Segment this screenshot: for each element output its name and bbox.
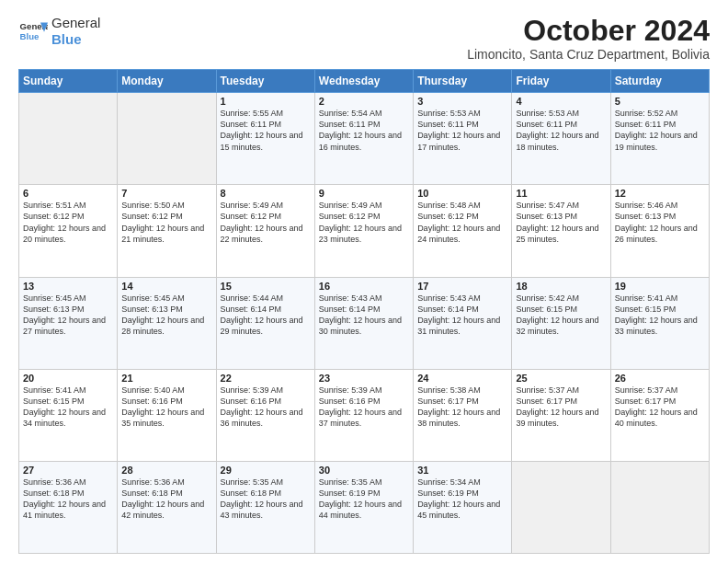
- day-cell: 31Sunrise: 5:34 AMSunset: 6:19 PMDayligh…: [414, 461, 512, 553]
- day-info: Sunrise: 5:35 AMSunset: 6:19 PMDaylight:…: [319, 477, 409, 522]
- day-info: Sunrise: 5:39 AMSunset: 6:16 PMDaylight:…: [221, 385, 311, 430]
- day-header-tuesday: Tuesday: [216, 70, 314, 93]
- day-info: Sunrise: 5:36 AMSunset: 6:18 PMDaylight:…: [121, 477, 211, 522]
- page: General Blue General Blue October 2024 L…: [0, 0, 728, 563]
- day-cell: 11Sunrise: 5:47 AMSunset: 6:13 PMDayligh…: [512, 185, 610, 277]
- day-cell: 17Sunrise: 5:43 AMSunset: 6:14 PMDayligh…: [414, 277, 512, 369]
- day-header-sunday: Sunday: [19, 70, 118, 93]
- calendar-header: SundayMondayTuesdayWednesdayThursdayFrid…: [19, 70, 710, 93]
- day-info: Sunrise: 5:37 AMSunset: 6:17 PMDaylight:…: [615, 385, 705, 430]
- day-cell: 28Sunrise: 5:36 AMSunset: 6:18 PMDayligh…: [118, 461, 216, 553]
- day-number: 30: [319, 465, 409, 476]
- day-info: Sunrise: 5:44 AMSunset: 6:14 PMDaylight:…: [221, 293, 311, 338]
- week-row-4: 20Sunrise: 5:41 AMSunset: 6:15 PMDayligh…: [19, 369, 710, 461]
- logo-text: General Blue: [51, 15, 100, 48]
- day-number: 9: [319, 188, 409, 199]
- day-info: Sunrise: 5:41 AMSunset: 6:15 PMDaylight:…: [615, 293, 705, 338]
- day-cell: 13Sunrise: 5:45 AMSunset: 6:13 PMDayligh…: [19, 277, 118, 369]
- week-row-1: 1Sunrise: 5:55 AMSunset: 6:11 PMDaylight…: [19, 93, 710, 185]
- day-cell: 6Sunrise: 5:51 AMSunset: 6:12 PMDaylight…: [19, 185, 118, 277]
- day-cell: 3Sunrise: 5:53 AMSunset: 6:11 PMDaylight…: [414, 93, 512, 185]
- day-number: 1: [221, 96, 311, 107]
- day-cell: 23Sunrise: 5:39 AMSunset: 6:16 PMDayligh…: [314, 369, 413, 461]
- day-number: 18: [516, 281, 606, 292]
- header-row: SundayMondayTuesdayWednesdayThursdayFrid…: [19, 70, 710, 93]
- day-info: Sunrise: 5:52 AMSunset: 6:11 PMDaylight:…: [615, 108, 705, 153]
- day-number: 24: [417, 373, 507, 384]
- day-cell: 18Sunrise: 5:42 AMSunset: 6:15 PMDayligh…: [512, 277, 610, 369]
- day-info: Sunrise: 5:50 AMSunset: 6:12 PMDaylight:…: [121, 200, 211, 245]
- day-number: 3: [417, 96, 507, 107]
- day-number: 25: [516, 373, 606, 384]
- day-number: 7: [121, 188, 211, 199]
- day-info: Sunrise: 5:51 AMSunset: 6:12 PMDaylight:…: [23, 200, 113, 245]
- day-info: Sunrise: 5:46 AMSunset: 6:13 PMDaylight:…: [615, 200, 705, 245]
- day-cell: 10Sunrise: 5:48 AMSunset: 6:12 PMDayligh…: [414, 185, 512, 277]
- day-cell: [19, 93, 118, 185]
- day-info: Sunrise: 5:40 AMSunset: 6:16 PMDaylight:…: [121, 385, 211, 430]
- day-info: Sunrise: 5:41 AMSunset: 6:15 PMDaylight:…: [23, 385, 113, 430]
- day-number: 31: [417, 465, 507, 476]
- day-header-thursday: Thursday: [414, 70, 512, 93]
- day-info: Sunrise: 5:47 AMSunset: 6:13 PMDaylight:…: [516, 200, 606, 245]
- day-number: 22: [221, 373, 311, 384]
- day-number: 14: [121, 281, 211, 292]
- day-number: 8: [221, 188, 311, 199]
- day-number: 29: [221, 465, 311, 476]
- day-number: 11: [516, 188, 606, 199]
- day-header-friday: Friday: [512, 70, 610, 93]
- day-number: 23: [319, 373, 409, 384]
- day-cell: 24Sunrise: 5:38 AMSunset: 6:17 PMDayligh…: [414, 369, 512, 461]
- day-cell: 27Sunrise: 5:36 AMSunset: 6:18 PMDayligh…: [19, 461, 118, 553]
- logo-line2: Blue: [51, 31, 100, 48]
- day-info: Sunrise: 5:35 AMSunset: 6:18 PMDaylight:…: [221, 477, 311, 522]
- day-info: Sunrise: 5:42 AMSunset: 6:15 PMDaylight:…: [516, 293, 606, 338]
- calendar-table: SundayMondayTuesdayWednesdayThursdayFrid…: [18, 69, 710, 554]
- day-cell: 30Sunrise: 5:35 AMSunset: 6:19 PMDayligh…: [314, 461, 413, 553]
- day-info: Sunrise: 5:48 AMSunset: 6:12 PMDaylight:…: [417, 200, 507, 245]
- day-info: Sunrise: 5:43 AMSunset: 6:14 PMDaylight:…: [417, 293, 507, 338]
- day-number: 13: [23, 281, 113, 292]
- day-cell: [610, 461, 709, 553]
- day-cell: [118, 93, 216, 185]
- day-cell: 8Sunrise: 5:49 AMSunset: 6:12 PMDaylight…: [216, 185, 314, 277]
- day-cell: 25Sunrise: 5:37 AMSunset: 6:17 PMDayligh…: [512, 369, 610, 461]
- day-cell: 16Sunrise: 5:43 AMSunset: 6:14 PMDayligh…: [314, 277, 413, 369]
- day-cell: 5Sunrise: 5:52 AMSunset: 6:11 PMDaylight…: [610, 93, 709, 185]
- day-info: Sunrise: 5:45 AMSunset: 6:13 PMDaylight:…: [23, 293, 113, 338]
- day-cell: 15Sunrise: 5:44 AMSunset: 6:14 PMDayligh…: [216, 277, 314, 369]
- day-cell: 19Sunrise: 5:41 AMSunset: 6:15 PMDayligh…: [610, 277, 709, 369]
- day-info: Sunrise: 5:43 AMSunset: 6:14 PMDaylight:…: [319, 293, 409, 338]
- day-cell: 20Sunrise: 5:41 AMSunset: 6:15 PMDayligh…: [19, 369, 118, 461]
- day-cell: 21Sunrise: 5:40 AMSunset: 6:16 PMDayligh…: [118, 369, 216, 461]
- day-info: Sunrise: 5:49 AMSunset: 6:12 PMDaylight:…: [221, 200, 311, 245]
- day-number: 6: [23, 188, 113, 199]
- day-cell: 22Sunrise: 5:39 AMSunset: 6:16 PMDayligh…: [216, 369, 314, 461]
- day-number: 16: [319, 281, 409, 292]
- day-number: 17: [417, 281, 507, 292]
- main-title: October 2024: [467, 15, 710, 47]
- day-header-monday: Monday: [118, 70, 216, 93]
- day-cell: 1Sunrise: 5:55 AMSunset: 6:11 PMDaylight…: [216, 93, 314, 185]
- day-cell: 29Sunrise: 5:35 AMSunset: 6:18 PMDayligh…: [216, 461, 314, 553]
- day-cell: 9Sunrise: 5:49 AMSunset: 6:12 PMDaylight…: [314, 185, 413, 277]
- day-info: Sunrise: 5:34 AMSunset: 6:19 PMDaylight:…: [417, 477, 507, 522]
- day-cell: [512, 461, 610, 553]
- day-number: 28: [121, 465, 211, 476]
- day-info: Sunrise: 5:45 AMSunset: 6:13 PMDaylight:…: [121, 293, 211, 338]
- logo: General Blue General Blue: [18, 15, 100, 48]
- day-number: 12: [615, 188, 705, 199]
- day-cell: 2Sunrise: 5:54 AMSunset: 6:11 PMDaylight…: [314, 93, 413, 185]
- logo-line1: General: [51, 15, 100, 31]
- day-number: 26: [615, 373, 705, 384]
- day-cell: 4Sunrise: 5:53 AMSunset: 6:11 PMDaylight…: [512, 93, 610, 185]
- day-info: Sunrise: 5:49 AMSunset: 6:12 PMDaylight:…: [319, 200, 409, 245]
- day-info: Sunrise: 5:38 AMSunset: 6:17 PMDaylight:…: [417, 385, 507, 430]
- day-cell: 26Sunrise: 5:37 AMSunset: 6:17 PMDayligh…: [610, 369, 709, 461]
- week-row-2: 6Sunrise: 5:51 AMSunset: 6:12 PMDaylight…: [19, 185, 710, 277]
- day-number: 4: [516, 96, 606, 107]
- day-number: 2: [319, 96, 409, 107]
- day-cell: 14Sunrise: 5:45 AMSunset: 6:13 PMDayligh…: [118, 277, 216, 369]
- day-number: 5: [615, 96, 705, 107]
- subtitle: Limoncito, Santa Cruz Department, Bolivi…: [467, 47, 710, 62]
